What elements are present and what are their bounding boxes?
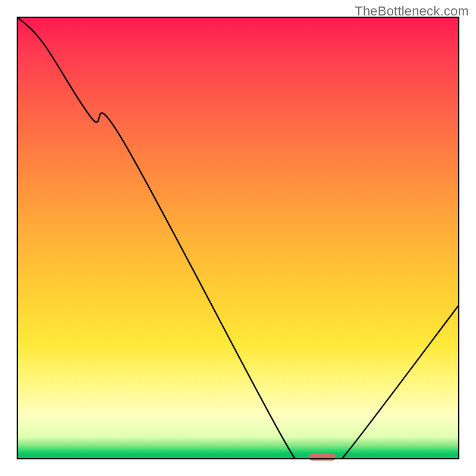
- chart-container: TheBottleneck.com: [0, 0, 476, 476]
- plot-area: [17, 17, 459, 459]
- gradient-background: [17, 17, 459, 459]
